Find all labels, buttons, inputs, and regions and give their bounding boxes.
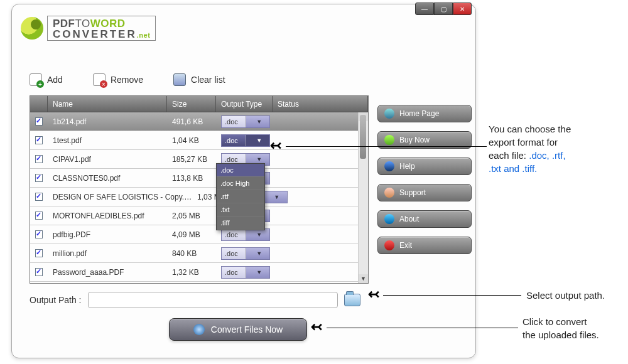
home-page-button[interactable]: Home Page	[377, 105, 472, 122]
buy-label: Buy Now	[399, 136, 430, 144]
row-checkbox[interactable]	[30, 193, 48, 201]
file-name: CIPAV1.pdf	[48, 155, 167, 164]
col-size[interactable]: Size	[167, 96, 216, 112]
arrow-icon: ↢	[368, 286, 379, 302]
checkbox-icon	[35, 155, 43, 163]
exit-button[interactable]: Exit	[377, 237, 472, 254]
chevron-down-icon: ▼	[246, 116, 270, 127]
support-button[interactable]: Support	[377, 184, 472, 201]
logo-icon	[21, 17, 43, 40]
support-label: Support	[399, 188, 426, 197]
home-label: Home Page	[399, 109, 439, 118]
output-type-dropdown[interactable]: .doc▼	[221, 115, 270, 128]
scroll-down[interactable]: ▼	[359, 274, 368, 283]
row-checkbox[interactable]	[30, 249, 48, 257]
output-type-dropdown[interactable]: .doc▼	[221, 266, 270, 279]
window-controls: — ▢ ✕	[415, 3, 472, 15]
file-size: 840 KB	[167, 249, 216, 258]
output-path-row: Output Path :	[30, 292, 360, 308]
add-icon	[30, 73, 42, 86]
minimize-button[interactable]: —	[415, 3, 434, 15]
dropdown-option[interactable]: .doc High	[217, 177, 264, 190]
chevron-down-icon: ▼	[246, 248, 270, 259]
add-button[interactable]: Add	[30, 73, 63, 86]
exit-label: Exit	[399, 241, 412, 250]
dropdown-option[interactable]: .tiff	[217, 217, 264, 230]
annotation-line	[286, 146, 487, 147]
app-window: — ▢ ✕ PDFTOWORD CONVERTER.net Add Remove…	[11, 4, 476, 358]
help-button[interactable]: Help	[377, 158, 472, 175]
help-icon	[384, 161, 394, 171]
dropdown-option[interactable]: .doc	[217, 164, 264, 177]
file-size: 491,6 KB	[167, 117, 216, 126]
chevron-down-icon: ▼	[263, 191, 288, 203]
col-output[interactable]: Output Type	[216, 96, 273, 112]
arrow-icon: ↢	[270, 137, 281, 154]
row-checkbox[interactable]	[30, 211, 48, 220]
row-checkbox[interactable]	[30, 174, 48, 182]
dropdown-option[interactable]: .txt	[217, 203, 264, 217]
browse-folder-icon[interactable]	[344, 294, 360, 306]
chevron-down-icon: ▼	[246, 267, 270, 278]
chevron-down-icon: ▼	[246, 135, 270, 146]
file-name: pdfbig.PDF	[48, 230, 167, 239]
checkbox-icon	[35, 136, 43, 144]
convert-button[interactable]: Convert Files Now	[169, 318, 307, 341]
checkbox-icon	[35, 249, 43, 257]
file-name: 1b214.pdf	[48, 117, 167, 126]
col-check[interactable]	[30, 96, 48, 112]
table-row[interactable]: CLASSNOTES0.pdf113,8 KB.doc▼	[30, 169, 368, 188]
about-label: About	[399, 215, 419, 223]
clear-icon	[173, 73, 186, 86]
table-body: ▲ ▼ 1b214.pdf491,6 KB.doc▼1test.pdf1,04 …	[30, 112, 368, 283]
table-row[interactable]: 1test.pdf1,04 KB.doc▼	[30, 131, 368, 150]
col-name[interactable]: Name	[48, 96, 167, 112]
table-row[interactable]: Password_aaaa.PDF1,32 KB.doc▼	[30, 263, 368, 282]
table-row[interactable]: 1b214.pdf491,6 KB.doc▼	[30, 112, 368, 131]
annotation-line	[383, 295, 521, 296]
logo-converter: CONVERTER	[53, 28, 137, 40]
file-size: 4,09 MB	[167, 230, 216, 239]
support-icon	[384, 188, 394, 198]
dropdown-option[interactable]: .rtf	[217, 190, 264, 203]
row-checkbox[interactable]	[30, 117, 48, 126]
output-type-dropdown[interactable]: .doc▼	[221, 247, 270, 260]
output-type-menu[interactable]: .doc.doc High.rtf.txt.tiff	[216, 163, 265, 230]
file-table: Name Size Output Type Status ▲ ▼ 1b214.p…	[30, 95, 369, 284]
remove-button[interactable]: Remove	[93, 73, 143, 86]
file-name: 1test.pdf	[48, 136, 167, 145]
row-checkbox[interactable]	[30, 268, 48, 276]
clear-label: Clear list	[191, 75, 225, 85]
scrollbar[interactable]: ▲ ▼	[358, 112, 368, 283]
file-size: 2,05 MB	[167, 211, 216, 220]
row-checkbox[interactable]	[30, 155, 48, 163]
table-row[interactable]: pdfbig.PDF4,09 MB.doc▼	[30, 225, 368, 244]
file-name: million.pdf	[48, 249, 167, 258]
row-checkbox[interactable]	[30, 230, 48, 238]
table-row[interactable]: million.pdf840 KB.doc▼	[30, 244, 368, 263]
col-status[interactable]: Status	[273, 96, 368, 112]
table-header: Name Size Output Type Status	[30, 96, 368, 112]
output-type-dropdown[interactable]: .doc▼	[221, 134, 270, 147]
maximize-button[interactable]: ▢	[434, 3, 453, 15]
output-path-input[interactable]	[88, 292, 338, 308]
file-name: CLASSNOTES0.pdf	[48, 174, 167, 183]
add-label: Add	[47, 75, 63, 85]
output-path-label: Output Path :	[30, 295, 82, 305]
table-row[interactable]: DESIGN OF SAFE LOGISTICS - Copy.pdf1,03 …	[30, 188, 368, 206]
remove-label: Remove	[111, 75, 143, 85]
file-name: DESIGN OF SAFE LOGISTICS - Copy.pdf	[48, 193, 197, 201]
side-buttons: Home Page Buy Now Help Support About Exi…	[377, 105, 472, 254]
output-type-cell: .doc▼	[216, 266, 273, 279]
table-row[interactable]: CIPAV1.pdf185,27 KB.doc▼	[30, 150, 368, 169]
table-row[interactable]: MORTONFLAEDIBLES.pdf2,05 MB.doc▼	[30, 206, 368, 225]
convert-label: Convert Files Now	[211, 324, 283, 335]
close-button[interactable]: ✕	[453, 3, 472, 15]
toolbar: Add Remove Clear list	[30, 73, 225, 86]
scroll-thumb[interactable]	[360, 115, 366, 159]
help-label: Help	[399, 162, 415, 171]
clear-list-button[interactable]: Clear list	[173, 73, 225, 86]
row-checkbox[interactable]	[30, 136, 48, 144]
arrow-icon: ↢	[311, 319, 322, 335]
about-button[interactable]: About	[377, 210, 472, 228]
